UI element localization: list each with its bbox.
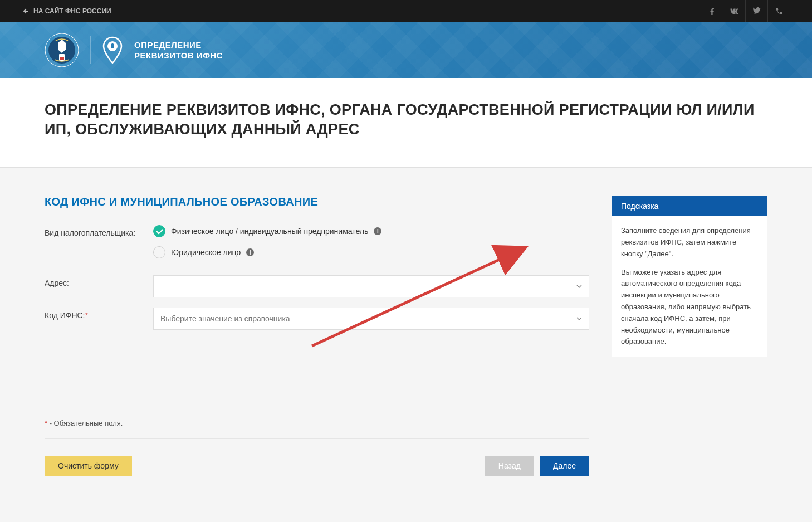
page-title: ОПРЕДЕЛЕНИЕ РЕКВИЗИТОВ ИФНС, ОРГАНА ГОСУ… — [45, 100, 767, 139]
taxpayer-option1-label: Физическое лицо / индивидуальный предпри… — [171, 227, 368, 236]
hint-paragraph-2: Вы можете указать адрес для автоматическ… — [621, 267, 758, 348]
required-note: * - Обязательные поля. — [45, 419, 589, 439]
address-select[interactable] — [153, 275, 589, 297]
topbar: НА САЙТ ФНС РОССИИ — [0, 0, 812, 22]
back-to-site-link[interactable]: НА САЙТ ФНС РОССИИ — [22, 7, 111, 15]
address-row: Адрес: — [45, 275, 589, 297]
ifns-row: Код ИФНС:* Выберите значение из справочн… — [45, 308, 589, 330]
header-title-line2: РЕКВИЗИТОВ ИФНС — [134, 50, 223, 61]
chevron-down-icon — [576, 316, 582, 321]
taxpayer-radio-individual[interactable]: Физическое лицо / индивидуальный предпри… — [153, 225, 589, 237]
header-title: ОПРЕДЕЛЕНИЕ РЕКВИЗИТОВ ИФНС — [134, 40, 223, 61]
header-title-line1: ОПРЕДЕЛЕНИЕ — [134, 40, 223, 51]
location-pin-icon — [102, 36, 123, 64]
twitter-icon[interactable] — [745, 0, 767, 22]
hint-header: Подсказка — [612, 196, 767, 216]
info-icon[interactable]: i — [246, 248, 254, 256]
logo-divider — [90, 36, 91, 64]
vk-icon[interactable] — [723, 0, 745, 22]
hint-body: Заполните сведения для определения рекви… — [612, 216, 767, 357]
ifns-label: Код ИФНС:* — [45, 308, 153, 320]
ifns-control: Выберите значение из справочника — [153, 308, 589, 330]
fns-emblem-icon — [45, 33, 79, 67]
social-icons — [701, 0, 790, 22]
ifns-select[interactable]: Выберите значение из справочника — [153, 308, 589, 330]
logo-group: ОПРЕДЕЛЕНИЕ РЕКВИЗИТОВ ИФНС — [45, 33, 223, 67]
radio-unchecked-icon — [153, 246, 165, 258]
hint-paragraph-1: Заполните сведения для определения рекви… — [621, 225, 758, 260]
chevron-down-icon — [576, 284, 582, 289]
address-label: Адрес: — [45, 275, 153, 287]
svg-rect-3 — [60, 57, 64, 60]
header: ОПРЕДЕЛЕНИЕ РЕКВИЗИТОВ ИФНС — [0, 22, 812, 78]
taxpayer-option2-label: Юридическое лицо — [171, 248, 241, 257]
taxpayer-label: Вид налогоплательщика: — [45, 225, 153, 237]
next-button[interactable]: Далее — [540, 456, 589, 476]
page-title-section: ОПРЕДЕЛЕНИЕ РЕКВИЗИТОВ ИФНС, ОРГАНА ГОСУ… — [0, 78, 812, 168]
taxpayer-radio-group: Физическое лицо / индивидуальный предпри… — [153, 225, 589, 258]
radio-checked-icon — [153, 225, 165, 237]
taxpayer-radio-legal[interactable]: Юридическое лицо i — [153, 246, 589, 258]
back-to-site-label: НА САЙТ ФНС РОССИИ — [33, 7, 111, 15]
back-button: Назад — [485, 456, 534, 476]
hint-box: Подсказка Заполните сведения для определ… — [612, 196, 767, 357]
content: КОД ИФНС И МУНИЦИПАЛЬНОЕ ОБРАЗОВАНИЕ Вид… — [0, 168, 812, 504]
arrow-left-icon — [22, 8, 29, 14]
ifns-placeholder: Выберите значение из справочника — [160, 314, 290, 323]
button-row-right: Назад Далее — [485, 456, 589, 476]
form-heading: КОД ИФНС И МУНИЦИПАЛЬНОЕ ОБРАЗОВАНИЕ — [45, 196, 589, 208]
address-control — [153, 275, 589, 297]
side-column: Подсказка Заполните сведения для определ… — [612, 196, 767, 476]
facebook-icon[interactable] — [701, 0, 723, 22]
taxpayer-row: Вид налогоплательщика: Физическое лицо /… — [45, 225, 589, 258]
button-row: Очистить форму Назад Далее — [45, 456, 589, 476]
clear-button[interactable]: Очистить форму — [45, 456, 132, 476]
phone-icon[interactable] — [767, 0, 790, 22]
main-column: КОД ИФНС И МУНИЦИПАЛЬНОЕ ОБРАЗОВАНИЕ Вид… — [45, 196, 589, 476]
info-icon[interactable]: i — [374, 227, 381, 235]
